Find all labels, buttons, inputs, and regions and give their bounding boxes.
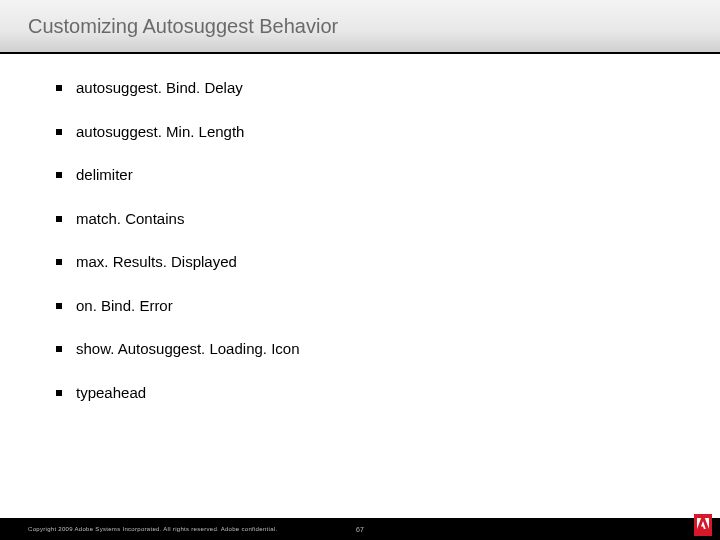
- bullet-label: autosuggest. Bind. Delay: [76, 78, 243, 98]
- bullet-label: typeahead: [76, 383, 146, 403]
- bullet-label: match. Contains: [76, 209, 184, 229]
- list-item: autosuggest. Min. Length: [56, 122, 720, 142]
- list-item: delimiter: [56, 165, 720, 185]
- list-item: max. Results. Displayed: [56, 252, 720, 272]
- bullet-icon: [56, 129, 62, 135]
- list-item: show. Autosuggest. Loading. Icon: [56, 339, 720, 359]
- bullet-icon: [56, 303, 62, 309]
- bullet-icon: [56, 216, 62, 222]
- bullet-icon: [56, 346, 62, 352]
- list-item: match. Contains: [56, 209, 720, 229]
- bullet-label: show. Autosuggest. Loading. Icon: [76, 339, 300, 359]
- slide-footer: Copyright 2009 Adobe Systems Incorporate…: [0, 518, 720, 540]
- bullet-icon: [56, 172, 62, 178]
- adobe-logo-icon: [694, 514, 712, 536]
- list-item: on. Bind. Error: [56, 296, 720, 316]
- slide-title: Customizing Autosuggest Behavior: [28, 15, 338, 38]
- slide-body: autosuggest. Bind. Delay autosuggest. Mi…: [0, 54, 720, 402]
- slide-header: Customizing Autosuggest Behavior: [0, 0, 720, 54]
- bullet-icon: [56, 390, 62, 396]
- copyright-text: Copyright 2009 Adobe Systems Incorporate…: [28, 526, 277, 532]
- bullet-label: delimiter: [76, 165, 133, 185]
- list-item: autosuggest. Bind. Delay: [56, 78, 720, 98]
- bullet-icon: [56, 259, 62, 265]
- bullet-icon: [56, 85, 62, 91]
- bullet-label: on. Bind. Error: [76, 296, 173, 316]
- page-number: 67: [356, 526, 364, 533]
- bullet-label: max. Results. Displayed: [76, 252, 237, 272]
- bullet-label: autosuggest. Min. Length: [76, 122, 244, 142]
- list-item: typeahead: [56, 383, 720, 403]
